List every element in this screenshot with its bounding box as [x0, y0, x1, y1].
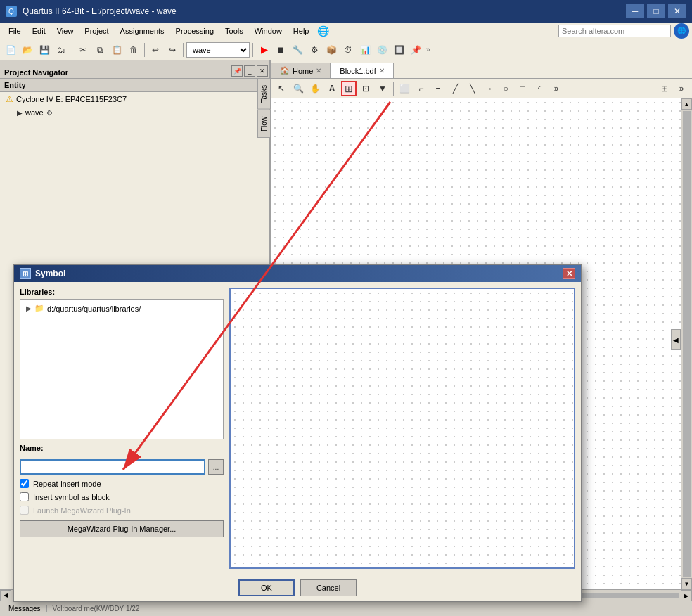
flow-tab[interactable]: Flow: [257, 110, 271, 138]
redo-button[interactable]: ↪: [165, 42, 180, 58]
cyclone-tree-item[interactable]: ⚠ Cyclone IV E: EP4CE115F23C7: [0, 92, 269, 106]
compile-button[interactable]: ▶: [256, 42, 271, 58]
name-row: Name:: [20, 444, 224, 455]
cut-button[interactable]: ✂: [75, 42, 91, 58]
canvas-dropdown-button[interactable]: ▼: [375, 81, 390, 96]
scroll-up-button[interactable]: ▲: [681, 98, 692, 110]
name-input[interactable]: [20, 459, 205, 475]
dialog-title-text: Symbol: [35, 269, 65, 278]
canvas-arc-button[interactable]: ◜: [532, 81, 547, 96]
home-tab-label: Home: [293, 67, 313, 75]
canvas-corner2-button[interactable]: ¬: [430, 81, 446, 96]
preview-dot-grid: [231, 289, 574, 567]
canvas-zoom-button[interactable]: 🔍: [290, 81, 306, 96]
home-tab-close[interactable]: ✕: [316, 67, 321, 75]
copy-button[interactable]: ⧉: [92, 42, 108, 58]
undo-button[interactable]: ↩: [148, 42, 163, 58]
maximize-button[interactable]: □: [647, 4, 665, 18]
timing-button[interactable]: ⏱: [340, 42, 356, 58]
chip-button[interactable]: 🔲: [391, 42, 406, 58]
fitter-button[interactable]: ⚙: [307, 42, 322, 58]
canvas-vertical-scrollbar[interactable]: ▲ ▼: [681, 98, 692, 589]
canvas-arrow-button[interactable]: →: [481, 81, 496, 96]
panel-pin-button[interactable]: 📌: [231, 65, 243, 77]
wave-tree-item[interactable]: ▶ wave ⚙: [0, 106, 269, 119]
dialog-icon: ⊞: [20, 268, 31, 279]
new-button[interactable]: 📄: [3, 42, 18, 58]
library-tree[interactable]: ▶ 📁 d:/quartus/quartus/libraries/: [20, 299, 224, 439]
program-button[interactable]: 💿: [374, 42, 390, 58]
libraries-label: Libraries:: [20, 288, 224, 296]
canvas-pan-button[interactable]: ✋: [307, 81, 323, 96]
menu-view[interactable]: View: [51, 25, 79, 37]
canvas-rect-button[interactable]: □: [515, 81, 530, 96]
rtl-button[interactable]: 🔧: [290, 42, 305, 58]
canvas-circle-button[interactable]: ○: [498, 81, 513, 96]
launch-megawizard-label: Launch MegaWizard Plug-In: [33, 506, 131, 515]
canvas-partial-button[interactable]: ⊡: [358, 81, 373, 96]
menu-tools[interactable]: Tools: [219, 25, 249, 37]
menu-project[interactable]: Project: [79, 25, 114, 37]
open-button[interactable]: 📂: [20, 42, 35, 58]
save-all-button[interactable]: 🗂: [53, 42, 69, 58]
paste-button[interactable]: 📋: [109, 42, 124, 58]
browse-button[interactable]: ...: [208, 459, 224, 475]
close-button[interactable]: ✕: [668, 4, 686, 18]
scroll-left-button[interactable]: ◀: [0, 590, 11, 601]
launch-megawizard-checkbox[interactable]: [20, 506, 29, 515]
panel-min-button[interactable]: _: [244, 65, 255, 77]
scroll-thumb[interactable]: [683, 111, 691, 577]
menu-help[interactable]: Help: [288, 25, 315, 37]
canvas-block-button[interactable]: ⬜: [397, 81, 412, 96]
canvas-select-button[interactable]: ↖: [274, 81, 289, 96]
dialog-left-panel: Libraries: ▶ 📁 d:/quartus/quartus/librar…: [20, 288, 224, 569]
search-area: 🌐: [558, 23, 689, 39]
tasks-tab[interactable]: Tasks: [257, 79, 271, 110]
sim-button[interactable]: 📊: [357, 42, 373, 58]
dialog-preview-panel: [229, 288, 575, 569]
repeat-insert-checkbox[interactable]: [20, 479, 29, 488]
dialog-close-button[interactable]: ✕: [563, 268, 575, 279]
expand-icon: ▶: [17, 109, 23, 117]
canvas-toolbar: ↖ 🔍 ✋ A ⊞ ⊡ ▼ ⬜ ⌐ ¬ ╱ ╲ → ○ □ ◜ » ⊞ »: [271, 79, 692, 98]
block1-tab[interactable]: Block1.bdf ✕: [331, 63, 393, 78]
menu-file[interactable]: File: [3, 25, 27, 37]
block1-tab-close[interactable]: ✕: [379, 67, 385, 75]
library-path-label: d:/quartus/quartus/libraries/: [47, 304, 141, 313]
right-edge-expand[interactable]: ◀: [671, 329, 681, 350]
menu-edit[interactable]: Edit: [27, 25, 51, 37]
canvas-toolbar-sep1: [393, 82, 394, 96]
stop-button[interactable]: ⏹: [273, 42, 288, 58]
canvas-more-button[interactable]: »: [549, 81, 564, 96]
menu-processing[interactable]: Processing: [170, 25, 219, 37]
megawizard-button[interactable]: MegaWizard Plug-In Manager...: [20, 520, 224, 537]
delete-button[interactable]: 🗑: [126, 42, 141, 58]
menu-window[interactable]: Window: [249, 25, 288, 37]
cancel-button[interactable]: Cancel: [300, 579, 357, 596]
canvas-corner1-button[interactable]: ⌐: [414, 81, 429, 96]
home-tab[interactable]: 🏠 Home ✕: [271, 63, 331, 78]
pins-button[interactable]: 📌: [408, 42, 423, 58]
menu-assignments[interactable]: Assignments: [115, 25, 170, 37]
canvas-more2-button[interactable]: »: [674, 81, 689, 96]
canvas-fit-button[interactable]: ⊞: [657, 81, 672, 96]
status-bar: Messages Vol:board me(KW/BDY 1/22: [0, 601, 692, 616]
ok-button[interactable]: OK: [238, 579, 295, 596]
assembler-button[interactable]: 📦: [323, 42, 339, 58]
minimize-button[interactable]: ─: [626, 4, 644, 18]
project-dropdown[interactable]: wave: [186, 42, 250, 58]
canvas-symbol-button[interactable]: ⊞: [341, 81, 357, 96]
main-toolbar: 📄 📂 💾 🗂 ✂ ⧉ 📋 🗑 ↩ ↪ wave ▶ ⏹ 🔧 ⚙ 📦 ⏱ 📊 💿…: [0, 39, 692, 60]
insert-as-block-checkbox[interactable]: [20, 492, 29, 501]
symbol-dialog[interactable]: ⊞ Symbol ✕ Libraries: ▶ 📁 d:/quartus/qua…: [13, 264, 582, 602]
canvas-scroll-right[interactable]: ▶: [681, 590, 692, 601]
scroll-down-button[interactable]: ▼: [681, 578, 692, 589]
toolbar-separator-2: [144, 43, 145, 57]
canvas-text-button[interactable]: A: [324, 81, 340, 96]
canvas-line1-button[interactable]: ╱: [447, 81, 463, 96]
library-item-root[interactable]: ▶ 📁 d:/quartus/quartus/libraries/: [23, 302, 220, 314]
search-input[interactable]: [558, 25, 671, 37]
save-button[interactable]: 💾: [37, 42, 52, 58]
panel-close-button[interactable]: ✕: [257, 65, 268, 77]
canvas-line2-button[interactable]: ╲: [464, 81, 480, 96]
